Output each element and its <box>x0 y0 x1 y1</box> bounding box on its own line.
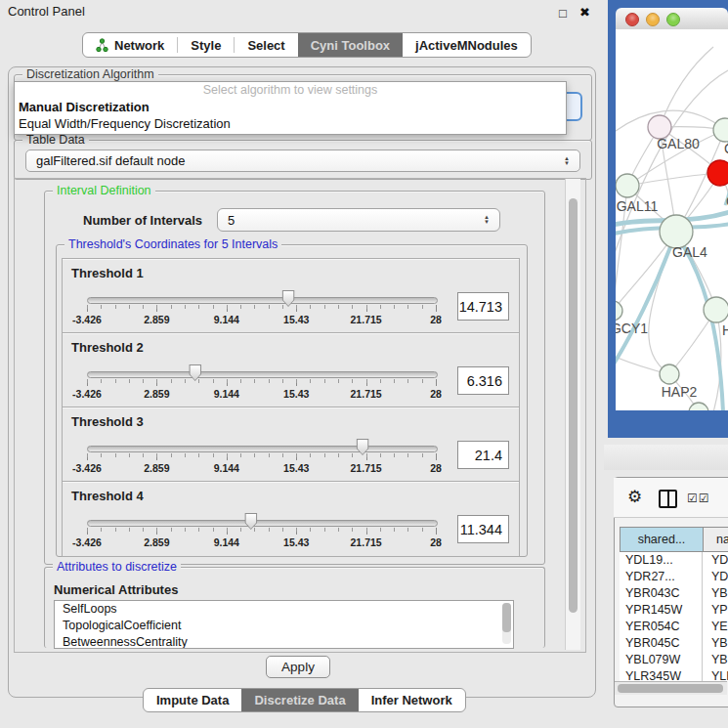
table-row[interactable]: YPR145WYPR1 <box>620 602 728 619</box>
tick-label: 21.715 <box>351 462 382 474</box>
combobox-stepper-icon: ▲▼ <box>564 156 570 166</box>
slider-track[interactable] <box>87 371 438 378</box>
network-node-c[interactable] <box>707 160 728 186</box>
threshold-slider[interactable]: -3.4262.8599.14415.4321.71528 <box>87 369 436 403</box>
table-row[interactable]: YBL079WYBL0 <box>620 652 728 668</box>
zoom-traffic-light[interactable] <box>666 13 680 26</box>
tab-select[interactable]: Select <box>235 33 297 57</box>
split-columns-icon[interactable] <box>659 490 677 508</box>
table-row[interactable]: YDR27...YDR2 <box>620 569 728 585</box>
minimize-traffic-light[interactable] <box>646 13 660 26</box>
cell-name: YPR1 <box>706 602 728 619</box>
settings-scrollbar-thumb[interactable] <box>569 198 578 613</box>
network-node-label: H <box>722 322 728 338</box>
cell-name: YBL0 <box>706 652 728 668</box>
close-window-icon[interactable]: ✖ <box>579 5 590 20</box>
tab-label: jActiveMNodules <box>415 38 518 53</box>
apply-button[interactable]: Apply <box>266 656 330 678</box>
network-node-ga[interactable] <box>713 118 728 142</box>
algorithm-option[interactable]: Manual Discretization <box>15 99 566 115</box>
tick-label: 28 <box>430 388 442 400</box>
network-node[interactable] <box>689 403 708 410</box>
threshold-value-input[interactable] <box>457 515 509 543</box>
slider-thumb-face <box>190 365 200 380</box>
table-horizontal-scrollbar-thumb[interactable] <box>618 684 723 693</box>
table-horizontal-scrollbar[interactable] <box>615 681 727 695</box>
threshold-panel: Threshold 3-3.4262.8599.14415.4321.71528 <box>62 407 520 483</box>
interval-definition-group-title: Interval Definition <box>53 184 155 197</box>
attributes-list-scrollbar[interactable] <box>502 603 511 644</box>
threshold-value-input[interactable] <box>457 366 509 395</box>
tick-label: 28 <box>430 462 442 474</box>
tick-label: -3.426 <box>72 388 102 400</box>
attributes-list-scrollbar-thumb[interactable] <box>502 603 511 632</box>
cell-name: YBR0 <box>706 635 728 652</box>
tick-label: 15.43 <box>283 314 309 325</box>
table-row[interactable]: YDL19...YDL1 <box>620 552 728 569</box>
threshold-value-input[interactable] <box>457 441 509 469</box>
table-row[interactable]: YBR043CYBR0 <box>620 585 728 602</box>
numerical-attributes-list[interactable]: SelfLoopsTopologicalCoefficientBetweenne… <box>54 600 514 649</box>
table-data-combobox[interactable]: galFiltered.sif default node ▲▼ <box>25 150 580 172</box>
slider-thumb[interactable] <box>244 513 257 530</box>
table-header-name[interactable]: na <box>703 527 728 552</box>
slider-thumb[interactable] <box>189 364 201 381</box>
threshold-value-input[interactable] <box>457 292 509 321</box>
network-edge-thick[interactable] <box>616 236 674 373</box>
threshold-label: Threshold 1 <box>71 266 144 280</box>
checkbox-columns-icon[interactable]: ☑☑ <box>687 492 710 505</box>
gear-icon[interactable]: ⚙ <box>627 487 642 507</box>
slider-tick-labels: -3.4262.8599.14415.4321.71528 <box>87 536 436 548</box>
tick-label: 9.144 <box>214 388 239 400</box>
float-window-icon[interactable]: □ <box>559 6 567 21</box>
network-icon <box>96 38 108 53</box>
bottom-tab-bar: Impute DataDiscretize DataInfer Network <box>143 688 466 712</box>
tab-discretize-data[interactable]: Discretize Data <box>241 689 358 711</box>
tick-label: 21.715 <box>351 314 382 325</box>
table-row[interactable]: YBR045CYBR0 <box>620 635 728 652</box>
threshold-slider[interactable]: -3.4262.8599.14415.4321.71528 <box>87 444 436 477</box>
table-data-combobox-value: galFiltered.sif default node <box>36 153 185 168</box>
tick-label: 21.715 <box>351 536 382 548</box>
tab-impute-data[interactable]: Impute Data <box>144 689 241 711</box>
slider-track[interactable] <box>87 520 438 527</box>
threshold-slider[interactable]: -3.4262.8599.14415.4321.71528 <box>87 518 436 551</box>
settings-vertical-scrollbar[interactable] <box>565 179 580 650</box>
network-node-gal11[interactable] <box>616 174 639 197</box>
tick-label: 15.43 <box>283 462 309 474</box>
table-row[interactable]: YER054CYER0 <box>620 619 728 635</box>
network-node-h[interactable] <box>704 297 728 322</box>
tab-network[interactable]: Network <box>83 33 177 57</box>
network-view-canvas[interactable]: GAL80GACGAL11GAL4GCY1HHAP2 <box>616 29 728 410</box>
threshold-label: Threshold 2 <box>71 340 144 355</box>
attribute-list-item[interactable]: BetweennessCentrality <box>55 634 513 649</box>
table-rows-container: YDL19...YDL1YDR27...YDR2YBR043CYBR0YPR14… <box>620 552 728 681</box>
slider-thumb[interactable] <box>282 290 295 307</box>
close-traffic-light[interactable] <box>625 13 639 26</box>
network-node-hap2[interactable] <box>660 364 679 384</box>
threshold-slider[interactable]: -3.4262.8599.14415.4321.71528 <box>87 295 436 328</box>
slider-thumb[interactable] <box>357 439 369 455</box>
network-window-titlebar[interactable] <box>616 8 728 30</box>
algorithm-option[interactable]: Equal Width/Frequency Discretization <box>15 115 566 132</box>
tab-style[interactable]: Style <box>178 33 234 57</box>
cell-name: YBR0 <box>706 585 728 602</box>
network-node-gal4[interactable] <box>660 215 693 248</box>
table-row[interactable]: YLR345WYLR3 <box>620 668 728 681</box>
tab-label: Discretize Data <box>254 693 345 707</box>
attribute-list-item[interactable]: SelfLoops <box>55 601 513 618</box>
slider-track[interactable] <box>87 297 438 304</box>
attribute-list-item[interactable]: TopologicalCoefficient <box>55 618 513 634</box>
slider-minor-ticks <box>87 379 436 383</box>
slider-track[interactable] <box>87 446 438 452</box>
tab-cyni-toolbox[interactable]: Cyni Toolbox <box>298 33 403 57</box>
number-of-intervals-combobox[interactable]: 5 ▲▼ <box>217 208 500 232</box>
slider-thumb-face <box>358 440 368 454</box>
tab-jactivemnodules[interactable]: jActiveMNodules <box>403 33 531 57</box>
table-header-shared-name[interactable]: shared... <box>620 527 704 552</box>
cell-name: YLR3 <box>706 668 728 681</box>
network-node-gcy1[interactable] <box>616 301 622 321</box>
network-node-label: GAL4 <box>672 244 707 260</box>
tab-label: Cyni Toolbox <box>311 38 390 53</box>
tab-infer-network[interactable]: Infer Network <box>359 689 465 711</box>
